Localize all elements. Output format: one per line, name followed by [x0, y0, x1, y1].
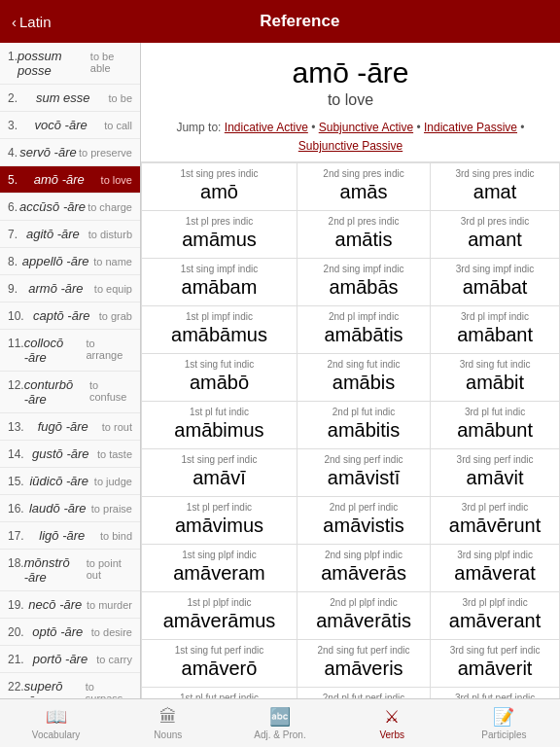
- conjugation-table: 1st sing pres indicamō2nd sing pres indi…: [141, 162, 560, 698]
- jump-to-link-1[interactable]: Subjunctive Active: [319, 121, 413, 134]
- conj-cell: 2nd pl pres indicamātis: [297, 211, 430, 259]
- cell-label: 1st pl impf indic: [146, 311, 293, 322]
- sidebar-item[interactable]: 6.accūsō -āreto charge: [0, 194, 140, 221]
- word-title: amō -āre: [149, 56, 552, 89]
- conj-cell: 1st sing plpf indicamāveram: [142, 545, 298, 592]
- item-meaning: to love: [101, 174, 132, 186]
- conj-cell: 3rd pl pres indicamant: [431, 211, 560, 259]
- item-meaning: to point out: [87, 557, 132, 581]
- item-number: 7.: [8, 228, 18, 241]
- item-meaning: to confuse: [89, 379, 132, 403]
- sidebar-item[interactable]: 16.laudō -āreto praise: [0, 495, 140, 522]
- sidebar-item[interactable]: 2.sum esseto be: [0, 85, 140, 112]
- cell-form: amābō: [190, 372, 249, 393]
- tab-nouns[interactable]: 🏛Nouns: [112, 699, 224, 747]
- cell-form: amāverit: [458, 658, 533, 679]
- cell-label: 1st sing plpf indic: [146, 550, 293, 560]
- sidebar-item[interactable]: 1.possum posseto be able: [0, 43, 140, 85]
- cell-label: 2nd pl pres indic: [301, 216, 426, 227]
- sidebar-item[interactable]: 11.collocō -āreto arrange: [0, 330, 140, 372]
- conj-cell: 3rd sing plpf indicamāverat: [431, 545, 560, 592]
- cell-label: 3rd sing plpf indic: [435, 550, 555, 560]
- item-number: 1.: [8, 50, 18, 63]
- conj-cell: 1st sing perf indicamāvī: [142, 449, 298, 497]
- item-number: 8.: [8, 255, 18, 268]
- cell-form: amāverās: [321, 562, 406, 584]
- app-header: ‹ Latin Reference: [0, 0, 560, 43]
- item-number: 16.: [8, 502, 24, 516]
- item-verb: appellō -āre: [22, 254, 89, 268]
- jump-to-link-0[interactable]: Indicative Active: [225, 121, 308, 134]
- cell-form: amāverō: [182, 658, 258, 679]
- sidebar-item[interactable]: 13.fugō -āreto rout: [0, 413, 140, 441]
- cell-label: 3rd pl impf indic: [435, 311, 555, 322]
- cell-form: amātis: [335, 229, 393, 250]
- item-number: 17.: [8, 529, 24, 543]
- cell-label: 1st sing fut perf indic: [146, 645, 293, 656]
- cell-label: 3rd sing impf indic: [435, 264, 555, 274]
- item-verb: vocō -āre: [35, 118, 88, 132]
- sidebar-item[interactable]: 9.armō -āreto equip: [0, 275, 140, 302]
- tab-vocabulary[interactable]: 📖Vocabulary: [0, 699, 112, 747]
- conj-cell: 2nd sing impf indicamābās: [297, 259, 430, 306]
- cell-label: 2nd sing pres indic: [301, 168, 426, 179]
- sidebar-item[interactable]: 3.vocō -āreto call: [0, 112, 140, 139]
- item-meaning: to equip: [94, 283, 132, 295]
- conj-cell: 3rd pl impf indicamābant: [431, 306, 560, 354]
- cell-form: amābat: [463, 276, 528, 298]
- sidebar-item[interactable]: 14.gustō -āreto taste: [0, 441, 140, 468]
- conj-cell: 1st pl pres indicamāmus: [142, 211, 298, 259]
- sidebar-item[interactable]: 22.superō -āreto surpass: [0, 673, 140, 698]
- cell-label: 2nd pl plpf indic: [301, 597, 426, 608]
- sidebar-item[interactable]: 21.portō -āreto carry: [0, 646, 140, 673]
- cell-form: amāvistī: [328, 467, 400, 488]
- cell-form: amāveris: [324, 658, 402, 679]
- jump-to-label: Jump to:: [176, 121, 221, 134]
- cell-form: amābās: [329, 276, 398, 298]
- cell-label: 2nd sing impf indic: [301, 264, 426, 274]
- jump-to-link-3[interactable]: Subjunctive Passive: [298, 139, 402, 153]
- item-meaning: to call: [104, 120, 132, 131]
- sidebar-item[interactable]: 17.ligō -āreto bind: [0, 522, 140, 550]
- conj-cell: 3rd pl perf indicamāvērunt: [431, 497, 560, 545]
- cell-label: 1st sing pres indic: [146, 168, 293, 179]
- sidebar-item[interactable]: 8.appellō -āreto name: [0, 248, 140, 275]
- cell-form: amāveram: [173, 562, 264, 584]
- sidebar-item[interactable]: 12.conturbō -āreto confuse: [0, 372, 140, 413]
- sidebar-item[interactable]: 7.agitō -āreto disturb: [0, 221, 140, 248]
- sidebar-item[interactable]: 20.optō -āreto desire: [0, 619, 140, 646]
- sidebar-item[interactable]: 19.necō -āreto murder: [0, 591, 140, 619]
- sidebar-item[interactable]: 5.amō -āreto love: [0, 166, 140, 194]
- sidebar-item[interactable]: 15.iūdicō -āreto judge: [0, 468, 140, 495]
- cell-label: 1st pl plpf indic: [146, 597, 293, 608]
- item-meaning: to murder: [87, 599, 132, 611]
- cell-form: amābimus: [174, 419, 263, 441]
- jump-to-link-2[interactable]: Indicative Passive: [424, 121, 517, 134]
- item-verb: laudō -āre: [29, 501, 87, 516]
- tab-participles[interactable]: 📝Participles: [448, 699, 560, 747]
- cell-label: 2nd sing fut indic: [301, 359, 426, 370]
- item-verb: fugō -āre: [38, 419, 88, 434]
- item-number: 13.: [8, 420, 24, 434]
- conj-cell: 1st pl perf indicamāvimus: [142, 497, 298, 545]
- item-number: 3.: [8, 119, 18, 132]
- tab-verbs[interactable]: ⚔Verbs: [336, 699, 448, 747]
- cell-label: 1st pl fut indic: [146, 407, 293, 417]
- item-verb: accūsō -āre: [19, 199, 86, 214]
- back-button[interactable]: ‹ Latin: [12, 14, 52, 30]
- item-number: 15.: [8, 475, 24, 488]
- item-verb: servō -āre: [19, 145, 77, 160]
- item-meaning: to rout: [102, 421, 132, 433]
- cell-form: amābunt: [457, 419, 533, 441]
- conj-cell: 3rd sing impf indicamābat: [431, 259, 560, 306]
- sidebar-item[interactable]: 10.captō -āreto grab: [0, 302, 140, 330]
- item-meaning: to judge: [94, 476, 132, 487]
- item-verb: portō -āre: [33, 652, 88, 666]
- sidebar-item[interactable]: 18.mōnstrō -āreto point out: [0, 550, 140, 591]
- tab-adj-pron[interactable]: 🔤Adj. & Pron.: [224, 699, 335, 747]
- item-verb: possum posse: [18, 49, 90, 78]
- cell-label: 3rd pl fut indic: [435, 407, 555, 417]
- sidebar-item[interactable]: 4.servō -āreto preserve: [0, 139, 140, 166]
- conj-cell: 3rd sing pres indicamat: [431, 163, 560, 211]
- conj-cell: 2nd pl fut indicamābitis: [297, 402, 430, 449]
